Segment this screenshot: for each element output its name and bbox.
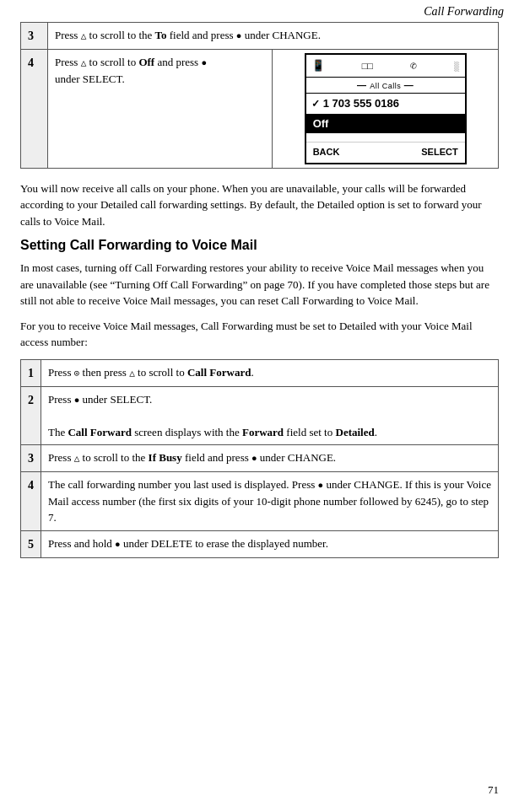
all-calls-label: All Calls (370, 82, 401, 90)
body-paragraph-1: You will now receive all calls on your p… (20, 180, 499, 230)
phone-icon-3: ✆ (410, 58, 417, 75)
scroll-icon-4: △ (74, 454, 80, 464)
softkeys-row: BACK SELECT (306, 142, 465, 163)
select-icon-2: ● (201, 58, 207, 68)
back-softkey: BACK (313, 145, 340, 159)
select-icon: ● (236, 31, 242, 41)
lower-steps-table: 1 Press ⊙ then press △ to scroll to Call… (20, 359, 499, 558)
top-steps-table: 3 Press △ to scroll to the To field and … (20, 22, 499, 169)
step-number-2: 2 (21, 386, 41, 445)
table-row: 5 Press and hold ● under DELETE to erase… (21, 530, 499, 557)
step-4-image-cell: 📱 □□ ✆ ░ — All Calls — ✓ 1 703 555 0186 … (273, 50, 499, 169)
step-3-content: Press △ to scroll to the To field and pr… (47, 23, 498, 50)
section-intro-2: For you to receive Voice Mail messages, … (20, 318, 499, 351)
step-number-3b: 3 (21, 445, 41, 472)
step-number-1: 1 (21, 359, 41, 386)
step-3b-content: Press △ to scroll to the If Busy field a… (41, 445, 499, 472)
select-icon-5: ● (318, 481, 324, 491)
scroll-icon-3: △ (129, 368, 135, 379)
step-number-5: 5 (21, 530, 41, 557)
table-row: 2 Press ● under SELECT. The Call Forward… (21, 386, 499, 445)
phone-icons-row: 📱 □□ ✆ ░ (306, 55, 465, 77)
step-5-content: Press and hold ● under DELETE to erase t… (41, 530, 499, 557)
section-heading: Setting Call Forwarding to Voice Mail (20, 238, 499, 253)
phone-icon-2: □□ (362, 60, 373, 74)
step-number-4: 4 (21, 50, 48, 169)
section-intro: In most cases, turning off Call Forwardi… (20, 260, 499, 309)
step-4b-content: The call forwarding number you last used… (41, 472, 499, 531)
scroll-icon-2: △ (81, 58, 87, 68)
phone-icon-4: ░ (454, 60, 460, 74)
all-calls-bar: — All Calls — (306, 77, 465, 94)
select-icon-4: ● (251, 454, 257, 464)
scroll-icon: △ (81, 31, 87, 41)
page-header: Call Forwarding (0, 0, 519, 22)
step-number-4b: 4 (21, 472, 41, 531)
step-number-3: 3 (21, 23, 48, 50)
table-row: 3 Press △ to scroll to the To field and … (21, 23, 499, 50)
select-icon-6: ● (115, 540, 121, 550)
phone-number-row: ✓ 1 703 555 0186 (306, 94, 465, 114)
step-2-content: Press ● under SELECT. The Call Forward s… (41, 386, 499, 445)
off-label: Off (313, 117, 329, 130)
table-row: 1 Press ⊙ then press △ to scroll to Call… (21, 359, 499, 386)
main-content: 3 Press △ to scroll to the To field and … (0, 22, 519, 587)
phone-screen-mockup: 📱 □□ ✆ ░ — All Calls — ✓ 1 703 555 0186 … (305, 53, 467, 164)
checkmark-icon: ✓ (311, 96, 320, 111)
table-row: 3 Press △ to scroll to the If Busy field… (21, 445, 499, 472)
step-4-content: Press △ to scroll to Off and press ●unde… (47, 50, 272, 169)
phone-icon-1: 📱 (311, 58, 325, 75)
header-title: Call Forwarding (424, 5, 504, 18)
select-icon-3: ● (74, 395, 80, 406)
page-number: 71 (488, 783, 499, 797)
off-selected-row: Off (306, 114, 465, 134)
table-row: 4 The call forwarding number you last us… (21, 472, 499, 531)
step-1-content: Press ⊙ then press △ to scroll to Call F… (41, 359, 499, 386)
table-row: 4 Press △ to scroll to Off and press ●un… (21, 50, 499, 169)
menu-icon: ⊙ (74, 368, 80, 379)
select-softkey: SELECT (421, 145, 457, 159)
blank-row (306, 133, 465, 142)
phone-number: 1 703 555 0186 (323, 95, 399, 112)
